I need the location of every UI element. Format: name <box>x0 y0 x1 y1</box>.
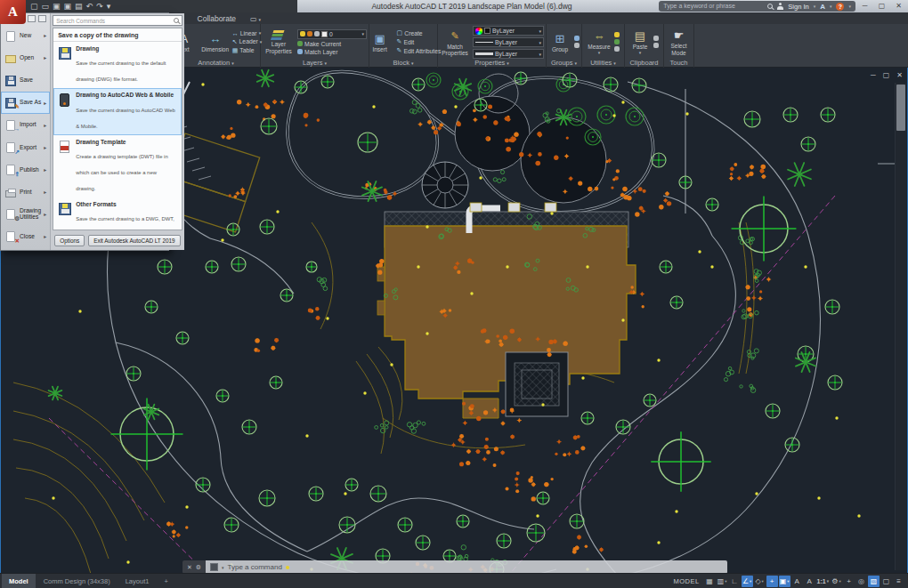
polar-tracking-icon[interactable]: ∠▾ <box>742 576 753 587</box>
edit-attributes-button[interactable]: ✎Edit Attributes <box>397 47 442 54</box>
model-space-label[interactable]: MODEL <box>673 577 699 585</box>
linetype-select[interactable]: ByLayer▾ <box>473 37 544 47</box>
object-snap-icon[interactable]: ▣▾ <box>779 576 790 587</box>
snap-mode-icon[interactable]: ▥▾ <box>717 576 728 587</box>
new-layout-button[interactable]: + <box>157 574 174 588</box>
select-mode-button[interactable]: ☛ Select Mode <box>666 28 693 55</box>
menu-item-save[interactable]: Save <box>1 69 50 92</box>
help-icon[interactable]: ? <box>836 3 844 11</box>
paste-button[interactable]: ▤ Paste ▾ <box>629 28 651 55</box>
open-icon[interactable]: ▭ <box>42 2 50 11</box>
menu-item-export[interactable]: ↗Export▸ <box>1 136 50 158</box>
lineweight-select[interactable]: ByLayer▾ <box>473 49 544 59</box>
layer-properties-button[interactable]: Layer Properties <box>263 29 295 53</box>
menu-item-publish[interactable]: ⇑Publish▸ <box>1 159 50 181</box>
tab-collaborate[interactable]: Collaborate <box>191 13 243 24</box>
exit-button[interactable]: Exit Autodesk AutoCAD LT 2019 <box>88 235 180 246</box>
edit-block-button[interactable]: ✎Edit <box>397 38 442 45</box>
autodesk-app-icon[interactable]: A <box>820 3 825 11</box>
restore-button[interactable]: ▢ <box>874 1 889 12</box>
menu-item-close[interactable]: ✕Close▸ <box>1 226 50 248</box>
undo-icon[interactable]: ↶ <box>86 2 93 11</box>
command-wrench-icon[interactable]: ⚙ <box>196 564 201 571</box>
command-caret-icon[interactable]: ▾ <box>222 565 224 570</box>
command-input[interactable]: ▾ Type a command <box>206 560 727 574</box>
make-current-button[interactable]: Make Current <box>297 41 367 47</box>
panel-label-utilities[interactable]: Utilities▾ <box>582 58 624 68</box>
utility-tools[interactable] <box>614 32 620 52</box>
plot-icon[interactable]: ▤ <box>75 2 83 11</box>
submenu-option-web-mobile[interactable]: Drawing to AutoCAD Web & MobileSave the … <box>53 88 181 134</box>
menu-item-new[interactable]: New▸ <box>1 25 50 47</box>
annotation-scale-icon[interactable]: 1:1▾ <box>816 576 830 587</box>
submenu-option-other-formats[interactable]: Other FormatsSave the current drawing to… <box>53 197 181 230</box>
dimension-button[interactable]: ↔ Dimension <box>201 31 230 52</box>
create-block-button[interactable]: ▢Create <box>397 29 442 36</box>
insert-button[interactable]: ▣ Insert <box>366 31 394 52</box>
vertical-scrollbar[interactable] <box>895 83 906 570</box>
object-color-select[interactable]: ByLayer▾ <box>473 26 544 36</box>
layer-select[interactable]: 0 ▾ <box>297 29 367 39</box>
menu-item-save-as[interactable]: ✎Save As▸ <box>1 92 50 114</box>
command-line-handle[interactable]: ✕ ⚙ <box>182 560 206 574</box>
panel-label-annotation[interactable]: Annotation▾ <box>172 58 260 68</box>
clipboard-tools[interactable] <box>653 36 659 48</box>
tab-model[interactable]: Model <box>2 574 36 588</box>
menu-item-open[interactable]: Open▸ <box>1 47 50 69</box>
linetype-caret-icon[interactable]: ▾ <box>539 40 541 45</box>
linear-button[interactable]: ↔Linear▾ <box>232 30 263 36</box>
spiral-stair[interactable] <box>422 162 468 208</box>
redo-icon[interactable]: ↷ <box>96 2 103 11</box>
command-recent-icon[interactable] <box>210 563 218 571</box>
sign-in-caret-icon[interactable]: ▾ <box>814 4 816 9</box>
scrollbar-thumb[interactable] <box>896 85 905 131</box>
panel-label-groups[interactable]: Groups▾ <box>547 58 581 68</box>
grid-display-icon[interactable]: ▦ <box>704 576 716 587</box>
clean-screen-icon[interactable]: ▢ <box>880 576 892 587</box>
ortho-mode-icon[interactable]: ∟ <box>729 576 741 587</box>
group-button[interactable]: ⊞ Group <box>548 31 572 52</box>
table-button[interactable]: ▦Table <box>232 47 263 54</box>
autodesk-app-caret-icon[interactable]: ▾ <box>830 4 832 9</box>
close-button[interactable]: ✕ <box>891 1 906 12</box>
infocenter-search-input[interactable]: Type a keyword or phrase <box>663 1 763 12</box>
lineweight-caret-icon[interactable]: ▾ <box>539 52 541 57</box>
autoscale-icon[interactable]: A <box>804 576 815 587</box>
measure-button[interactable]: ⇔ Measure ▾ <box>587 28 612 55</box>
menu-item-import[interactable]: →Import▸ <box>1 114 50 136</box>
layer-select-caret-icon[interactable]: ▾ <box>361 31 364 36</box>
open-documents-icon[interactable] <box>38 15 46 22</box>
panel-label-properties[interactable]: Properties▾ <box>438 59 546 68</box>
group-tools[interactable] <box>574 36 580 48</box>
save-as-icon[interactable]: ▣ <box>64 2 72 11</box>
customize-status-icon[interactable]: ≡ <box>893 576 904 587</box>
graphics-performance-icon[interactable]: ▧ <box>868 576 880 587</box>
qnew-icon[interactable]: ▢ <box>30 2 38 11</box>
sign-in-button[interactable]: Sign In <box>788 3 808 11</box>
submenu-option-drawing-template[interactable]: Drawing TemplateCreate a drawing templat… <box>53 135 181 197</box>
panel-label-block[interactable]: Block▾ <box>369 58 437 68</box>
tab-layout1[interactable]: Layout1 <box>118 574 157 588</box>
osnap-tracking-icon[interactable]: + <box>766 576 778 587</box>
help-caret-icon[interactable]: ▾ <box>848 4 851 9</box>
menu-item-print[interactable]: Print▸ <box>1 181 50 204</box>
minimize-button[interactable]: ─ <box>857 1 872 12</box>
media-tab-icon[interactable]: ▭ ▾ <box>245 14 266 24</box>
court-structures[interactable] <box>455 74 606 203</box>
command-close-icon[interactable]: ✕ <box>187 564 192 571</box>
recent-documents-icon[interactable] <box>28 15 36 22</box>
annotation-visibility-icon[interactable]: A <box>791 576 803 587</box>
doc-minimize-icon[interactable]: ─ <box>871 71 876 80</box>
menu-item-drawing-utilities[interactable]: ⚙Drawing Utilities▸ <box>1 204 50 226</box>
spa-structure[interactable] <box>506 352 568 416</box>
isolate-objects-icon[interactable]: ◎ <box>855 576 867 587</box>
workspace-switching-icon[interactable]: ⚙▾ <box>831 576 842 587</box>
isometric-drafting-icon[interactable]: ◇▾ <box>754 576 766 587</box>
annotation-monitor-icon[interactable]: + <box>843 576 855 587</box>
menu-search-input[interactable]: Search Commands <box>53 15 182 26</box>
match-properties-button[interactable]: ✎ Match Properties <box>440 28 470 56</box>
panel-label-layers[interactable]: Layers▾ <box>261 58 369 68</box>
application-menu-button[interactable]: A <box>0 0 26 24</box>
search-icon[interactable] <box>767 4 773 9</box>
doc-close-icon[interactable]: ✕ <box>896 71 903 80</box>
